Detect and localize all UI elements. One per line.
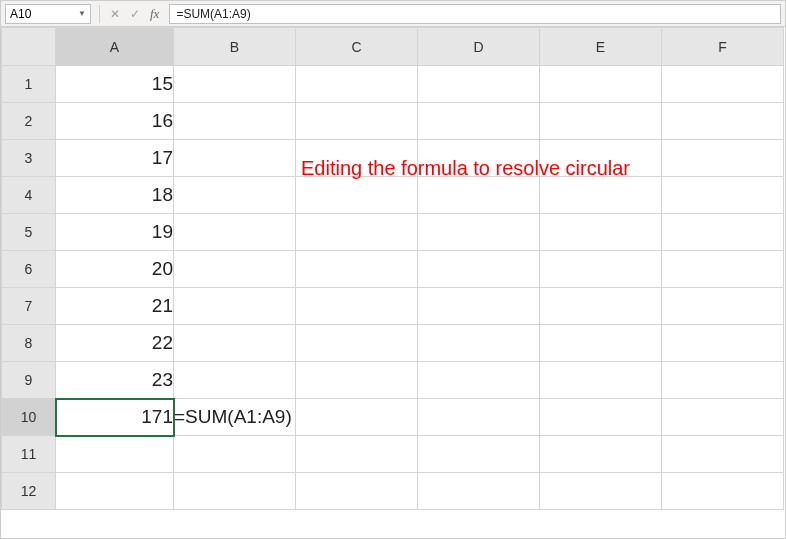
cell-C6[interactable] [296,251,418,288]
fx-icon[interactable]: fx [150,6,159,22]
row-header-7[interactable]: 7 [2,288,56,325]
cell-D2[interactable] [418,103,540,140]
row-header-10[interactable]: 10 [2,399,56,436]
cancel-icon[interactable]: ✕ [110,7,120,21]
row-header-1[interactable]: 1 [2,66,56,103]
cell-E7[interactable] [540,288,662,325]
column-header-D[interactable]: D [418,28,540,66]
cell-F2[interactable] [662,103,784,140]
cell-F8[interactable] [662,325,784,362]
cell-F6[interactable] [662,251,784,288]
cell-A8[interactable]: 22 [56,325,174,362]
cell-E2[interactable] [540,103,662,140]
cell-B12[interactable] [174,473,296,510]
cell-A9[interactable]: 23 [56,362,174,399]
row-header-6[interactable]: 6 [2,251,56,288]
cell-C12[interactable] [296,473,418,510]
cell-A7[interactable]: 21 [56,288,174,325]
name-box[interactable]: A10 ▼ [5,4,91,24]
cell-F7[interactable] [662,288,784,325]
cell-B3[interactable] [174,140,296,177]
cell-F5[interactable] [662,214,784,251]
cell-C7[interactable] [296,288,418,325]
cell-B7[interactable] [174,288,296,325]
cell-C4[interactable] [296,177,418,214]
cell-C9[interactable] [296,362,418,399]
cell-B2[interactable] [174,103,296,140]
grid: ABCDEF 11521631741851962072182292310171=… [1,27,784,510]
cell-E3[interactable] [540,140,662,177]
cell-D1[interactable] [418,66,540,103]
cell-A4[interactable]: 18 [56,177,174,214]
cell-F12[interactable] [662,473,784,510]
column-header-F[interactable]: F [662,28,784,66]
row-header-4[interactable]: 4 [2,177,56,214]
cell-B8[interactable] [174,325,296,362]
cell-C5[interactable] [296,214,418,251]
cell-C11[interactable] [296,436,418,473]
enter-icon[interactable]: ✓ [130,7,140,21]
cell-D5[interactable] [418,214,540,251]
cell-E9[interactable] [540,362,662,399]
cell-A12[interactable] [56,473,174,510]
cell-E6[interactable] [540,251,662,288]
formula-input[interactable]: =SUM(A1:A9) [169,4,781,24]
cell-B6[interactable] [174,251,296,288]
cell-F10[interactable] [662,399,784,436]
column-header-A[interactable]: A [56,28,174,66]
cell-C1[interactable] [296,66,418,103]
cell-E11[interactable] [540,436,662,473]
cell-A10[interactable]: 171 [56,399,174,436]
cell-B11[interactable] [174,436,296,473]
cell-B4[interactable] [174,177,296,214]
cell-F11[interactable] [662,436,784,473]
cell-A2[interactable]: 16 [56,103,174,140]
select-all-corner[interactable] [2,28,56,66]
column-header-C[interactable]: C [296,28,418,66]
cell-E5[interactable] [540,214,662,251]
cell-A3[interactable]: 17 [56,140,174,177]
column-header-B[interactable]: B [174,28,296,66]
cell-A1[interactable]: 15 [56,66,174,103]
cell-D8[interactable] [418,325,540,362]
cell-D3[interactable] [418,140,540,177]
cell-A11[interactable] [56,436,174,473]
cell-D7[interactable] [418,288,540,325]
cell-F3[interactable] [662,140,784,177]
cell-F1[interactable] [662,66,784,103]
cell-D11[interactable] [418,436,540,473]
cell-A5[interactable]: 19 [56,214,174,251]
name-box-dropdown-icon[interactable]: ▼ [78,9,86,18]
formula-text: =SUM(A1:A9) [176,7,250,21]
cell-F9[interactable] [662,362,784,399]
cell-F4[interactable] [662,177,784,214]
cell-C2[interactable] [296,103,418,140]
table-row: 216 [2,103,784,140]
cell-C8[interactable] [296,325,418,362]
cell-D6[interactable] [418,251,540,288]
row-header-3[interactable]: 3 [2,140,56,177]
cell-E4[interactable] [540,177,662,214]
cell-D9[interactable] [418,362,540,399]
row-header-5[interactable]: 5 [2,214,56,251]
cell-E8[interactable] [540,325,662,362]
cell-A6[interactable]: 20 [56,251,174,288]
cell-C3[interactable] [296,140,418,177]
cell-D10[interactable] [418,399,540,436]
cell-E12[interactable] [540,473,662,510]
cell-B9[interactable] [174,362,296,399]
column-header-E[interactable]: E [540,28,662,66]
cell-D4[interactable] [418,177,540,214]
cell-E10[interactable] [540,399,662,436]
row-header-2[interactable]: 2 [2,103,56,140]
cell-E1[interactable] [540,66,662,103]
row-header-9[interactable]: 9 [2,362,56,399]
cell-B5[interactable] [174,214,296,251]
row-header-12[interactable]: 12 [2,473,56,510]
row-header-8[interactable]: 8 [2,325,56,362]
cell-B10[interactable]: =SUM(A1:A9) [174,399,296,436]
row-header-11[interactable]: 11 [2,436,56,473]
cell-C10[interactable] [296,399,418,436]
cell-B1[interactable] [174,66,296,103]
cell-D12[interactable] [418,473,540,510]
